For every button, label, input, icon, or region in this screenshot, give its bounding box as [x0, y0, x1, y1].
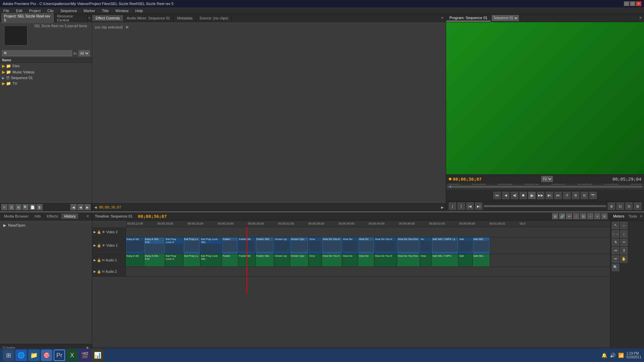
- trim-previous-edit[interactable]: ⊞: [608, 202, 615, 210]
- trim-next-edit[interactable]: ⊡: [616, 202, 624, 210]
- project-item-musicvideos[interactable]: ▶ 📁 Music Videos: [0, 69, 92, 75]
- project-item-film[interactable]: ▶ 📁 Film: [0, 63, 92, 69]
- audio-clip-block[interactable]: Salt SEL: [473, 254, 490, 266]
- go-prev-edit[interactable]: |◀: [466, 202, 474, 210]
- menu-clip[interactable]: Clip: [46, 8, 55, 13]
- clip-block[interactable]: How Do You K: [322, 237, 342, 254]
- tab-effect-controls[interactable]: Effect Controls: [92, 15, 123, 21]
- tl-close[interactable]: ✕: [601, 213, 607, 219]
- lift-button[interactable]: ⊟: [625, 202, 633, 210]
- project-item-sequence01[interactable]: ▶ 🎬 Sequence 01: [0, 75, 92, 80]
- menu-file[interactable]: File: [2, 8, 11, 13]
- tab-metadata[interactable]: Metadata: [174, 15, 196, 21]
- menu-help[interactable]: Help: [134, 8, 144, 13]
- play-in-to-out[interactable]: ◀|: [511, 192, 518, 199]
- tl-snap-button[interactable]: ⊞: [552, 213, 558, 219]
- menu-project[interactable]: Project: [28, 8, 42, 13]
- stop-button[interactable]: ⏹: [520, 192, 527, 199]
- step-forward[interactable]: ▶|: [546, 192, 553, 199]
- clip-block[interactable]: Eat Pray Love SEL: [200, 237, 222, 254]
- clip-block[interactable]: Grown Up: [274, 237, 290, 254]
- go-next-edit[interactable]: ▶|: [475, 202, 482, 210]
- effect-controls-menu-icon[interactable]: ▶: [126, 25, 129, 29]
- tl-zoom-out[interactable]: −: [587, 213, 593, 219]
- export-frame[interactable]: 📷: [589, 192, 597, 199]
- output-button[interactable]: ⊟: [581, 192, 588, 199]
- taskbar-volume[interactable]: 🔊: [610, 353, 615, 358]
- taskbar-explorer[interactable]: 📁: [28, 350, 40, 361]
- track-toggle-audio1[interactable]: ▶: [94, 258, 96, 262]
- audio-clip-block[interactable]: Grown Ups: [290, 254, 309, 266]
- tab-history[interactable]: History: [61, 214, 78, 219]
- clip-block[interactable]: Easy A SEL 5.M: [144, 237, 165, 254]
- menu-sequence[interactable]: Sequence: [59, 8, 78, 13]
- track-toggle-video1[interactable]: ▶: [94, 244, 96, 247]
- maximize-button[interactable]: □: [630, 1, 635, 6]
- rolling-edit-tool[interactable]: ↕: [620, 230, 628, 238]
- taskbar-video[interactable]: 🎬: [79, 350, 91, 361]
- pen-tool[interactable]: ✏: [612, 255, 619, 263]
- timeline-timecode[interactable]: 00;00;36;07: [138, 214, 167, 219]
- audio-clip-block[interactable]: Easy A SEL 5.M: [144, 254, 165, 266]
- clip-block[interactable]: Salt SEL: [473, 237, 490, 254]
- ec-scroll-left[interactable]: ◀: [94, 205, 97, 209]
- mt-close-button[interactable]: ✕: [640, 214, 643, 219]
- tl-linked-select[interactable]: 🔗: [559, 213, 565, 219]
- tl-extract[interactable]: ⊟: [580, 213, 586, 219]
- clip-block[interactable]: Easy A SE: [126, 237, 144, 254]
- extract-button[interactable]: ⊠: [634, 202, 641, 210]
- taskbar-premiere[interactable]: Pr: [54, 350, 65, 361]
- clip-block[interactable]: How Do: [342, 237, 358, 254]
- audio-clip-block[interactable]: How Do You K: [322, 254, 342, 266]
- tl-lift[interactable]: ↑: [573, 213, 579, 219]
- tl-zoom-in[interactable]: +: [594, 213, 600, 219]
- audio-clip-block[interactable]: Eat Pray Love SEL: [200, 254, 222, 266]
- audio-clip-block[interactable]: How Do: [342, 254, 358, 266]
- track-select-tool[interactable]: ↔: [620, 222, 628, 229]
- selection-tool[interactable]: ↖: [612, 222, 619, 229]
- audio-clip-block[interactable]: How: [420, 254, 432, 266]
- tab-source[interactable]: Source: (no clips): [196, 15, 232, 21]
- track-mute-audio2[interactable]: M: [102, 270, 105, 273]
- program-fit-select[interactable]: Fit: [541, 176, 553, 182]
- clip-block[interactable]: Salt: [459, 237, 473, 254]
- taskbar-notifications[interactable]: 🔔: [601, 353, 607, 358]
- zoom-tool[interactable]: 🔍: [612, 264, 619, 271]
- tab-media-browser[interactable]: Media Browser: [1, 214, 31, 219]
- menu-marker[interactable]: Marker: [82, 8, 96, 13]
- taskbar-app1[interactable]: 🎯: [41, 350, 52, 361]
- go-to-out-point[interactable]: ⏭: [554, 192, 562, 199]
- clip-block[interactable]: Faster SEL: [256, 237, 274, 254]
- program-sequence-select[interactable]: Sequence 01: [492, 15, 519, 21]
- rate-stretch-tool[interactable]: ↯: [612, 239, 619, 246]
- tab-info[interactable]: Info: [32, 214, 43, 219]
- track-lock-audio2[interactable]: 🔒: [97, 270, 101, 274]
- project-panel-close[interactable]: ✕: [88, 16, 91, 20]
- track-lock-video2[interactable]: 🔒: [97, 230, 101, 234]
- arrow-button[interactable]: ◀: [70, 204, 76, 210]
- audio-clip-block[interactable]: Grown Up: [274, 254, 290, 266]
- audio-clip-block[interactable]: Salt: [459, 254, 473, 266]
- slide-tool[interactable]: ⇕: [620, 247, 628, 254]
- search-button[interactable]: 🔍: [22, 204, 29, 210]
- audio-clip-block[interactable]: Faster SEL: [256, 254, 274, 266]
- clip-block[interactable]: Eat Pray Lu: [183, 237, 200, 254]
- project-in-select[interactable]: All: [78, 50, 90, 56]
- set-in-point[interactable]: {: [449, 202, 456, 210]
- audio-clip-block[interactable]: How Do: [358, 254, 374, 266]
- clip-block[interactable]: Grown Ups: [290, 237, 309, 254]
- track-visibility-video1[interactable]: 👁: [102, 244, 105, 247]
- history-panel-close[interactable]: ✕: [86, 214, 91, 219]
- tab-resource-central[interactable]: Resource Central: [54, 13, 88, 23]
- clip-block[interactable]: Salt SEL 7.MP4 - y: [432, 237, 459, 254]
- audio-clip-block[interactable]: Eat Pray Lu: [183, 254, 200, 266]
- audio-clip-block[interactable]: Grov: [309, 254, 322, 266]
- close-button[interactable]: ✕: [636, 1, 641, 6]
- slip-tool[interactable]: ⇔: [612, 247, 619, 254]
- set-out-point[interactable]: }: [458, 202, 465, 210]
- ec-scroll-right[interactable]: ▶: [441, 205, 444, 209]
- middle-panel-close[interactable]: ✕: [441, 16, 446, 20]
- project-search-input[interactable]: [2, 50, 72, 56]
- audio-clip-block[interactable]: Eat Pray Love S: [165, 254, 183, 266]
- hand-tool[interactable]: ✋: [620, 255, 628, 263]
